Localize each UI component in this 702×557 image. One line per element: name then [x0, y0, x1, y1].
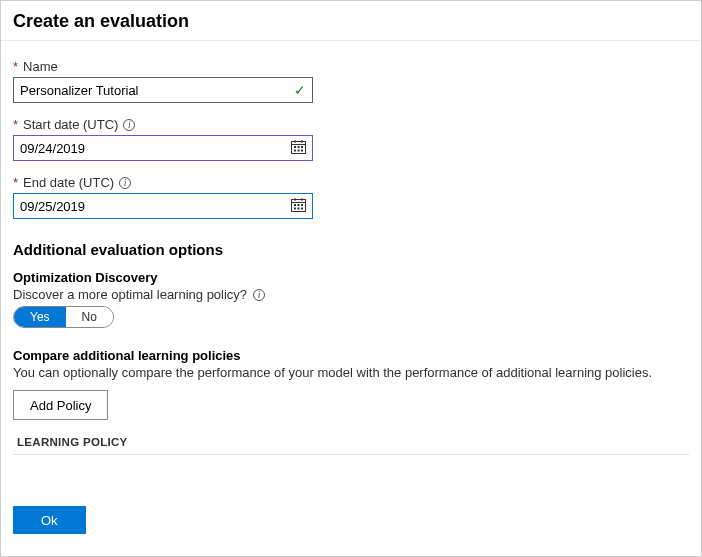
- end-date-label-row: * End date (UTC) i: [13, 175, 689, 190]
- start-date-input-wrapper[interactable]: [13, 135, 313, 161]
- ok-button[interactable]: Ok: [13, 506, 86, 534]
- calendar-icon[interactable]: [291, 198, 306, 215]
- panel-header: Create an evaluation: [1, 1, 701, 41]
- opt-discovery-desc-row: Discover a more optimal learning policy?…: [13, 287, 689, 302]
- additional-options-title: Additional evaluation options: [13, 241, 689, 258]
- svg-rect-18: [298, 207, 300, 209]
- name-input[interactable]: [20, 78, 294, 102]
- svg-rect-14: [294, 204, 296, 206]
- name-input-wrapper[interactable]: ✓: [13, 77, 313, 103]
- start-date-input[interactable]: [20, 136, 291, 160]
- end-date-label: End date (UTC): [23, 175, 114, 190]
- compare-desc: You can optionally compare the performan…: [13, 365, 689, 380]
- start-date-label-row: * Start date (UTC) i: [13, 117, 689, 132]
- svg-rect-7: [294, 149, 296, 151]
- field-start-date: * Start date (UTC) i: [13, 117, 689, 161]
- info-icon[interactable]: i: [123, 119, 135, 131]
- svg-rect-15: [298, 204, 300, 206]
- compare-title: Compare additional learning policies: [13, 348, 689, 363]
- create-evaluation-panel: Create an evaluation * Name ✓ * Start da…: [0, 0, 702, 557]
- field-end-date: * End date (UTC) i: [13, 175, 689, 219]
- required-asterisk: *: [13, 117, 18, 132]
- toggle-no[interactable]: No: [66, 307, 113, 327]
- svg-rect-16: [301, 204, 303, 206]
- info-icon[interactable]: i: [119, 177, 131, 189]
- svg-rect-6: [301, 146, 303, 148]
- optimization-discovery-block: Optimization Discovery Discover a more o…: [13, 270, 689, 328]
- add-policy-button[interactable]: Add Policy: [13, 390, 108, 420]
- end-date-input[interactable]: [20, 194, 291, 218]
- svg-rect-8: [298, 149, 300, 151]
- start-date-label: Start date (UTC): [23, 117, 118, 132]
- name-label-row: * Name: [13, 59, 689, 74]
- opt-discovery-title: Optimization Discovery: [13, 270, 689, 285]
- name-label: Name: [23, 59, 58, 74]
- svg-rect-5: [298, 146, 300, 148]
- svg-rect-17: [294, 207, 296, 209]
- end-date-input-wrapper[interactable]: [13, 193, 313, 219]
- opt-discovery-desc: Discover a more optimal learning policy?: [13, 287, 247, 302]
- svg-rect-9: [301, 149, 303, 151]
- checkmark-icon: ✓: [294, 82, 306, 98]
- opt-discovery-toggle[interactable]: Yes No: [13, 306, 114, 328]
- field-name: * Name ✓: [13, 59, 689, 103]
- info-icon[interactable]: i: [253, 289, 265, 301]
- svg-rect-4: [294, 146, 296, 148]
- learning-policy-column-header: LEARNING POLICY: [13, 436, 689, 455]
- required-asterisk: *: [13, 59, 18, 74]
- calendar-icon[interactable]: [291, 140, 306, 157]
- page-title: Create an evaluation: [13, 11, 689, 32]
- toggle-yes[interactable]: Yes: [14, 307, 66, 327]
- svg-rect-19: [301, 207, 303, 209]
- panel-content: * Name ✓ * Start date (UTC) i: [1, 41, 701, 465]
- compare-policies-block: Compare additional learning policies You…: [13, 348, 689, 455]
- required-asterisk: *: [13, 175, 18, 190]
